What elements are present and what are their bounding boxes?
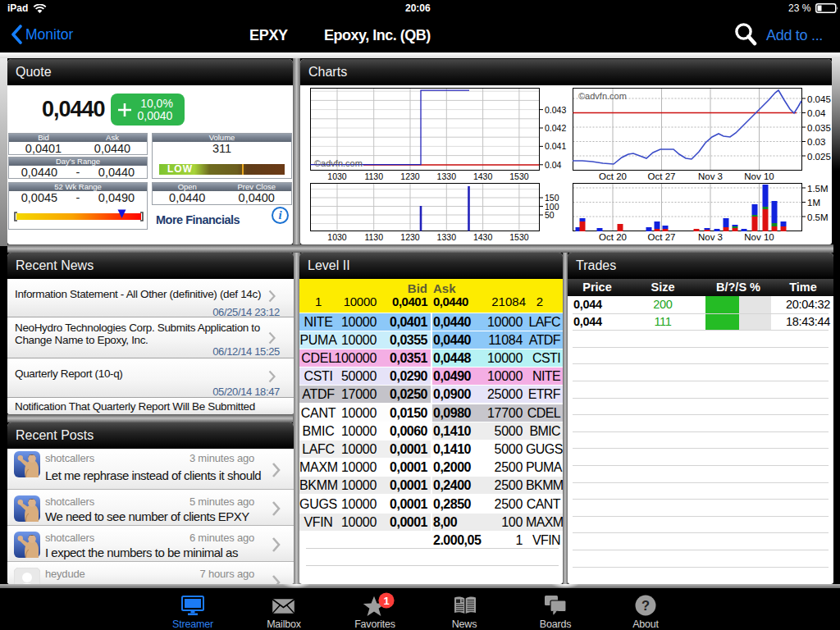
svg-text:1330: 1330 [437,171,457,181]
svg-text:Oct 27: Oct 27 [648,171,676,181]
svg-text:1M: 1M [807,198,820,208]
svg-text:©advfn.com: ©advfn.com [578,91,627,101]
svg-text:Nov 3: Nov 3 [698,171,723,181]
svg-text:1030: 1030 [327,171,347,181]
svg-text:0.045: 0.045 [807,94,831,104]
svg-text:0.041: 0.041 [545,141,566,151]
svg-text:1230: 1230 [400,171,420,181]
svg-text:1030: 1030 [327,232,347,242]
svg-text:1430: 1430 [473,171,493,181]
svg-text:©advfn.com: ©advfn.com [314,158,363,168]
svg-text:0.5M: 0.5M [807,212,829,222]
svg-text:0.035: 0.035 [807,123,831,133]
svg-text:?: ? [641,598,650,613]
svg-text:1330: 1330 [437,232,457,242]
svg-text:0.03: 0.03 [807,137,825,147]
svg-text:0.043: 0.043 [545,105,566,115]
svg-text:0.04: 0.04 [545,160,562,170]
svg-text:Oct 20: Oct 20 [599,232,627,242]
svg-text:50: 50 [545,210,555,220]
svg-text:Oct 20: Oct 20 [599,171,627,181]
svg-text:1230: 1230 [400,232,420,242]
svg-text:0.042: 0.042 [545,123,566,133]
svg-text:1: 1 [383,595,389,607]
svg-text:1130: 1130 [364,232,383,242]
svg-text:Nov 10: Nov 10 [744,171,774,181]
svg-text:1530: 1530 [509,232,529,242]
svg-text:1530: 1530 [509,171,529,181]
svg-text:1130: 1130 [364,171,383,181]
svg-text:1.5M: 1.5M [807,184,829,194]
svg-text:Nov 3: Nov 3 [698,232,723,242]
svg-text:Oct 27: Oct 27 [648,232,676,242]
svg-text:Nov 10: Nov 10 [744,232,774,242]
svg-text:0.025: 0.025 [807,152,831,162]
svg-text:1430: 1430 [473,232,493,242]
svg-text:0.04: 0.04 [807,108,826,118]
